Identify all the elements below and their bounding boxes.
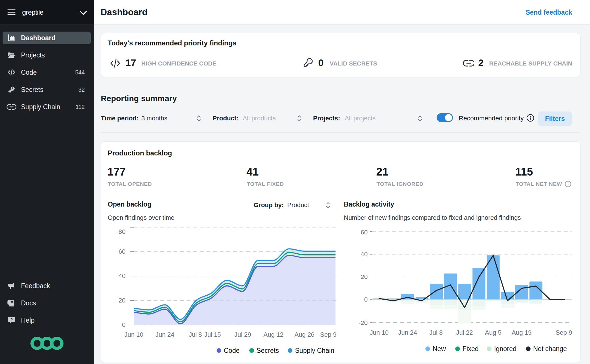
svg-text:Aug 26: Aug 26 [294, 331, 315, 338]
svg-text:Sep 9: Sep 9 [556, 329, 572, 336]
svg-text:20: 20 [361, 273, 368, 280]
svg-text:?: ? [10, 317, 13, 322]
svg-text:Jun 24: Jun 24 [155, 331, 174, 338]
svg-text:Jul 8: Jul 8 [429, 329, 443, 336]
svg-text:40: 40 [361, 251, 368, 258]
svg-text:Jul 29: Jul 29 [234, 331, 251, 338]
svg-text:40: 40 [119, 272, 126, 280]
svg-text:Jun 10: Jun 10 [124, 331, 143, 338]
svg-text:Jul 15: Jul 15 [204, 331, 221, 338]
svg-text:Jun 10: Jun 10 [370, 329, 389, 336]
svg-text:60: 60 [119, 248, 126, 255]
svg-text:20: 20 [119, 297, 126, 304]
svg-text:Jul 8: Jul 8 [189, 331, 202, 338]
svg-text:80: 80 [119, 228, 126, 235]
svg-text:0: 0 [122, 321, 126, 328]
svg-text:Net change: Net change [533, 345, 567, 353]
svg-text:New: New [433, 345, 446, 353]
svg-text:0: 0 [364, 296, 368, 303]
svg-text:Jul 22: Jul 22 [456, 329, 473, 336]
svg-text:Aug 12: Aug 12 [263, 331, 284, 338]
svg-text:Ignored: Ignored [494, 345, 516, 353]
svg-text:Fixed: Fixed [462, 345, 479, 353]
svg-text:-20: -20 [358, 319, 368, 326]
svg-text:Code: Code [224, 347, 240, 354]
svg-text:Secrets: Secrets [257, 347, 279, 354]
svg-text:Supply Chain: Supply Chain [295, 347, 334, 354]
svg-text:Aug 19: Aug 19 [512, 329, 532, 336]
svg-text:Sep 9: Sep 9 [320, 331, 337, 338]
svg-text:Jun 24: Jun 24 [398, 329, 417, 336]
svg-text:Aug 5: Aug 5 [485, 329, 502, 336]
svg-text:60: 60 [361, 229, 368, 236]
